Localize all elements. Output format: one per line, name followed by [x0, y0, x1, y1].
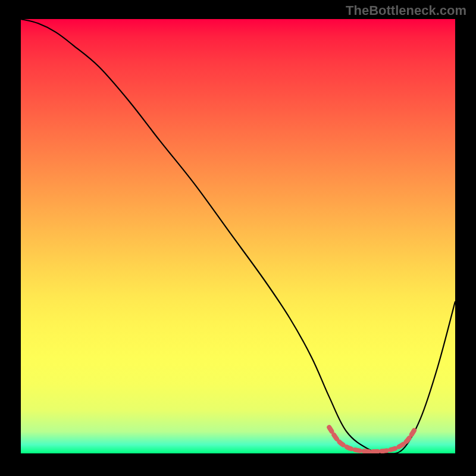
chart-plot-area	[21, 19, 455, 453]
bottleneck-curve-path	[21, 19, 455, 453]
watermark-label: TheBottleneck.com	[346, 3, 466, 18]
bottleneck-chart	[21, 19, 455, 453]
optimal-zone-path	[329, 427, 416, 452]
